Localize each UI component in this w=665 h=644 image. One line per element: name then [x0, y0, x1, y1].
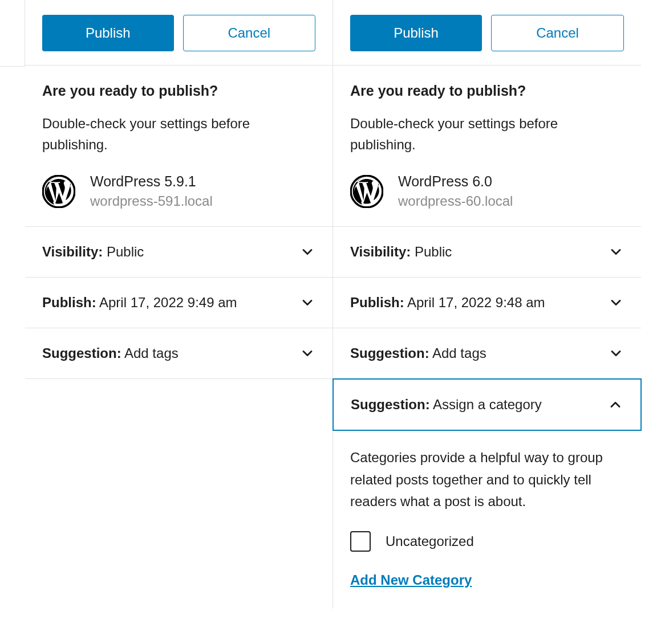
chevron-down-icon: [299, 244, 315, 260]
publish-button[interactable]: Publish: [350, 15, 482, 51]
ready-subtext: Double-check your settings before publis…: [350, 113, 624, 155]
chevron-down-icon: [608, 244, 624, 260]
uncategorized-checkbox[interactable]: [350, 531, 371, 552]
cancel-button[interactable]: Cancel: [491, 15, 624, 51]
publish-date-row[interactable]: Publish: April 17, 2022 9:49 am: [25, 278, 332, 328]
cancel-button[interactable]: Cancel: [183, 15, 316, 51]
ready-heading: Are you ready to publish?: [350, 83, 624, 99]
site-url: wordpress-60.local: [398, 193, 513, 209]
suggestion-tags-row[interactable]: Suggestion: Add tags: [25, 328, 332, 379]
publish-panel-right: Publish Cancel Are you ready to publish?…: [333, 0, 641, 609]
publish-button[interactable]: Publish: [42, 15, 174, 51]
visibility-row[interactable]: Visibility: Public: [25, 227, 332, 278]
publish-panel-left: Publish Cancel Are you ready to publish?…: [25, 0, 333, 609]
category-help-text: Categories provide a helpful way to grou…: [350, 447, 624, 512]
site-url: wordpress-591.local: [90, 193, 213, 209]
chevron-down-icon: [299, 345, 315, 361]
chevron-down-icon: [299, 295, 315, 311]
ready-subtext: Double-check your settings before publis…: [42, 113, 315, 155]
chevron-up-icon: [607, 397, 623, 413]
category-panel-body: Categories provide a helpful way to grou…: [333, 431, 641, 608]
chevron-down-icon: [608, 345, 624, 361]
gutter-left: [0, 0, 25, 609]
site-name: WordPress 5.9.1: [90, 173, 213, 190]
suggestion-category-row[interactable]: Suggestion: Assign a category: [332, 378, 642, 431]
publish-date-row[interactable]: Publish: April 17, 2022 9:48 am: [333, 278, 641, 328]
site-name: WordPress 6.0: [398, 173, 513, 190]
ready-heading: Are you ready to publish?: [42, 83, 315, 99]
chevron-down-icon: [608, 295, 624, 311]
wordpress-logo-icon: [42, 175, 75, 208]
suggestion-tags-row[interactable]: Suggestion: Add tags: [333, 328, 641, 379]
wordpress-logo-icon: [350, 175, 383, 208]
uncategorized-label: Uncategorized: [386, 533, 474, 549]
add-new-category-link[interactable]: Add New Category: [350, 572, 472, 588]
visibility-row[interactable]: Visibility: Public: [333, 227, 641, 278]
